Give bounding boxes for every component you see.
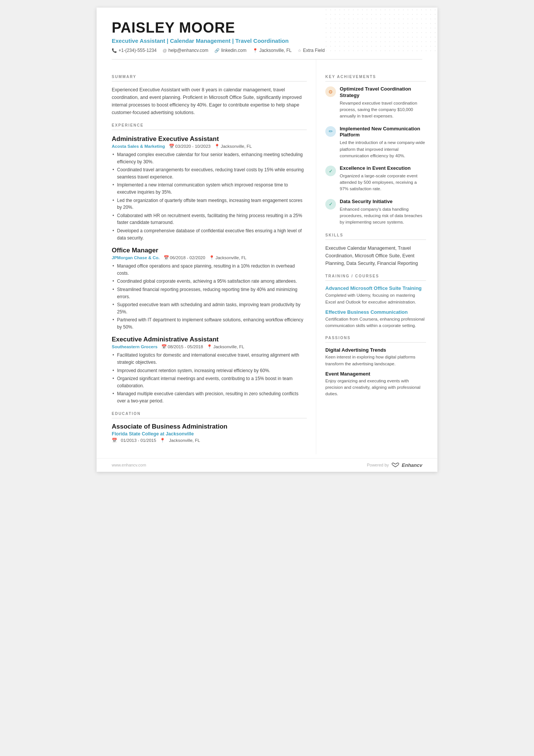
left-column: SUMMARY Experienced Executive Assistant … (97, 59, 316, 454)
achievement-icon-1: ⚙ (325, 86, 336, 97)
experience-label: EXPERIENCE (112, 123, 307, 127)
job-meta-3: Southeastern Grocers 📅 08/2015 - 05/2018… (112, 344, 307, 349)
bullet-2-3: Streamlined financial reporting processe… (112, 286, 307, 300)
bullet-3-2: Improved document retention system, incr… (112, 367, 307, 374)
skills-text: Executive Calendar Management, Travel Co… (325, 244, 426, 267)
bullet-2-1: Managed office operations and space plan… (112, 263, 307, 277)
pin-icon-3: 📍 (207, 344, 212, 349)
edu-date: 01/2013 - 01/2015 (121, 438, 156, 443)
location-contact: 📍 Jacksonville, FL (253, 48, 292, 53)
extra-contact: ☆ Extra Field (298, 48, 325, 53)
achievement-content-4: Data Security Initiative Enhanced compan… (340, 199, 426, 226)
star-icon: ☆ (298, 48, 301, 53)
pin-icon-2: 📍 (209, 255, 214, 260)
phone-contact: 📞 +1-(234)-555-1234 (112, 48, 156, 53)
bullet-1-5: Collaborated with HR on recruitment even… (112, 212, 307, 226)
calendar-icon-3: 📅 (161, 344, 167, 349)
training-title-2: Effective Business Communication (325, 309, 426, 315)
skills-divider (325, 239, 426, 240)
job-company-3: Southeastern Grocers (112, 344, 158, 349)
phone-icon: 📞 (112, 48, 117, 53)
footer-brand: Powered by Enhancv (367, 462, 422, 468)
education-divider (112, 418, 307, 418)
achievements-label: KEY ACHIEVEMENTS (325, 75, 426, 79)
job-title-2: Office Manager (112, 247, 307, 254)
powered-by-text: Powered by (367, 463, 389, 467)
footer-website: www.enhancv.com (112, 463, 146, 467)
edu-school: Florida State College at Jacksonville (112, 431, 307, 437)
achievement-desc-3: Organized a large-scale corporate event … (340, 173, 426, 193)
contact-bar: 📞 +1-(234)-555-1234 @ help@enhancv.com 🔗… (112, 48, 422, 53)
location-icon: 📍 (253, 48, 258, 53)
main-content: SUMMARY Experienced Executive Assistant … (97, 59, 437, 454)
bullet-2-5: Partnered with IT department to implemen… (112, 316, 307, 330)
summary-label: SUMMARY (112, 75, 307, 79)
edu-pin-icon: 📍 (160, 438, 165, 443)
achievement-desc-1: Revamped executive travel coordination p… (340, 100, 426, 120)
extra-value: Extra Field (303, 48, 325, 53)
edu-degree: Associate of Business Administration (112, 423, 307, 430)
job-date-1: 📅 03/2020 - 10/2023 (169, 144, 211, 149)
candidate-name: PAISLEY MOORE (112, 20, 422, 36)
email-contact: @ help@enhancv.com (162, 48, 208, 53)
bullet-1-3: Implemented a new internal communication… (112, 182, 307, 196)
achievement-title-1: Optimized Travel Coordination Strategy (340, 86, 426, 99)
achievement-title-3: Excellence in Event Execution (340, 165, 426, 172)
training-title-1: Advanced Microsoft Office Suite Training (325, 285, 426, 291)
job-date-3: 📅 08/2015 - 05/2018 (161, 344, 203, 349)
bullet-1-1: Managed complex executive calendar for f… (112, 151, 307, 165)
job-company-1: Acosta Sales & Marketing (112, 144, 165, 149)
link-icon: 🔗 (214, 48, 220, 53)
job-location-3: 📍 Jacksonville, FL (207, 344, 244, 349)
job-company-2: JPMorgan Chase & Co. (112, 255, 160, 260)
training-desc-2: Certification from Coursera, enhancing p… (325, 316, 426, 329)
bullet-3-4: Managed multiple executive calendars wit… (112, 390, 307, 404)
achievement-3: ✓ Excellence in Event Execution Organize… (325, 165, 426, 193)
passion-desc-1: Keen interest in exploring how digital p… (325, 354, 426, 367)
location-value: Jacksonville, FL (259, 48, 292, 53)
bullet-3-3: Organized significant internal meetings … (112, 375, 307, 389)
passion-desc-2: Enjoy organizing and executing events wi… (325, 378, 426, 398)
resume-page: PAISLEY MOORE Executive Assistant | Cale… (97, 8, 437, 472)
achievement-1: ⚙ Optimized Travel Coordination Strategy… (325, 86, 426, 120)
job-location-1: 📍 Jacksonville, FL (214, 144, 252, 149)
achievement-icon-3: ✓ (325, 166, 336, 176)
training-divider (325, 280, 426, 281)
email-icon: @ (162, 48, 167, 53)
edu-calendar-icon: 📅 (112, 438, 117, 443)
summary-divider (112, 81, 307, 81)
header-section: PAISLEY MOORE Executive Assistant | Cale… (97, 8, 437, 59)
job-bullets-2: Managed office operations and space plan… (112, 263, 307, 330)
job-title-1: Administrative Executive Assistant (112, 135, 307, 143)
achievement-desc-2: Led the introduction of a new company-wi… (340, 139, 426, 159)
education-label: EDUCATION (112, 412, 307, 416)
edu-location: Jacksonville, FL (169, 438, 200, 443)
edu-meta: 📅 01/2013 - 01/2015 📍 Jacksonville, FL (112, 438, 307, 443)
passions-divider (325, 342, 426, 343)
bullet-1-6: Developed a comprehensive database of co… (112, 227, 307, 241)
achievement-icon-2: ✏ (325, 126, 336, 137)
training-desc-1: Completed with Udemy, focusing on master… (325, 292, 426, 305)
training-label: TRAINING / COURSES (325, 274, 426, 278)
job-meta-1: Acosta Sales & Marketing 📅 03/2020 - 10/… (112, 144, 307, 149)
achievement-title-2: Implemented New Communication Platform (340, 126, 426, 139)
achievement-desc-4: Enhanced company's data handling procedu… (340, 206, 426, 226)
achievement-content-3: Excellence in Event Execution Organized … (340, 165, 426, 193)
job-bullets-3: Facilitated logistics for domestic and i… (112, 352, 307, 404)
bullet-1-2: Coordinated travel arrangements for exec… (112, 166, 307, 180)
job-bullets-1: Managed complex executive calendar for f… (112, 151, 307, 241)
achievement-content-1: Optimized Travel Coordination Strategy R… (340, 86, 426, 120)
footer-section: www.enhancv.com Powered by Enhancv (97, 458, 437, 472)
job-location-2: 📍 Jacksonville, FL (209, 255, 247, 260)
achievement-4: ✓ Data Security Initiative Enhanced comp… (325, 199, 426, 226)
passions-label: PASSIONS (325, 336, 426, 340)
job-date-2: 📅 06/2018 - 02/2020 (164, 255, 205, 260)
achievement-icon-4: ✓ (325, 199, 336, 210)
bullet-3-1: Facilitated logistics for domestic and i… (112, 352, 307, 366)
bullet-2-2: Coordinated global corporate events, ach… (112, 278, 307, 285)
achievement-2: ✏ Implemented New Communication Platform… (325, 126, 426, 160)
skills-label: SKILLS (325, 233, 426, 237)
passion-title-2: Event Management (325, 371, 426, 377)
passion-title-1: Digital Advertising Trends (325, 347, 426, 353)
bullet-2-4: Supported executive team with scheduling… (112, 301, 307, 315)
